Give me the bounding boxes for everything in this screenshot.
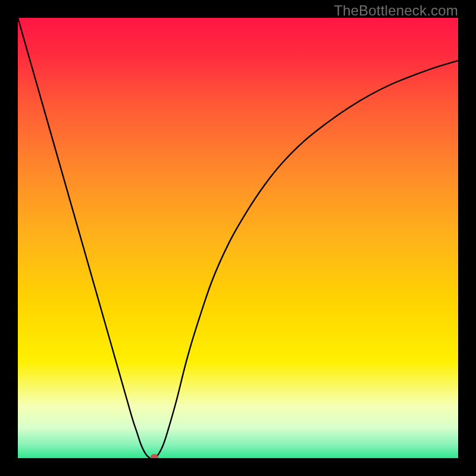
plot-area xyxy=(18,18,458,458)
watermark-label: TheBottleneck.com xyxy=(334,2,458,19)
curve-layer xyxy=(18,18,458,458)
chart-frame: TheBottleneck.com xyxy=(0,0,476,476)
bottleneck-curve xyxy=(18,18,458,458)
